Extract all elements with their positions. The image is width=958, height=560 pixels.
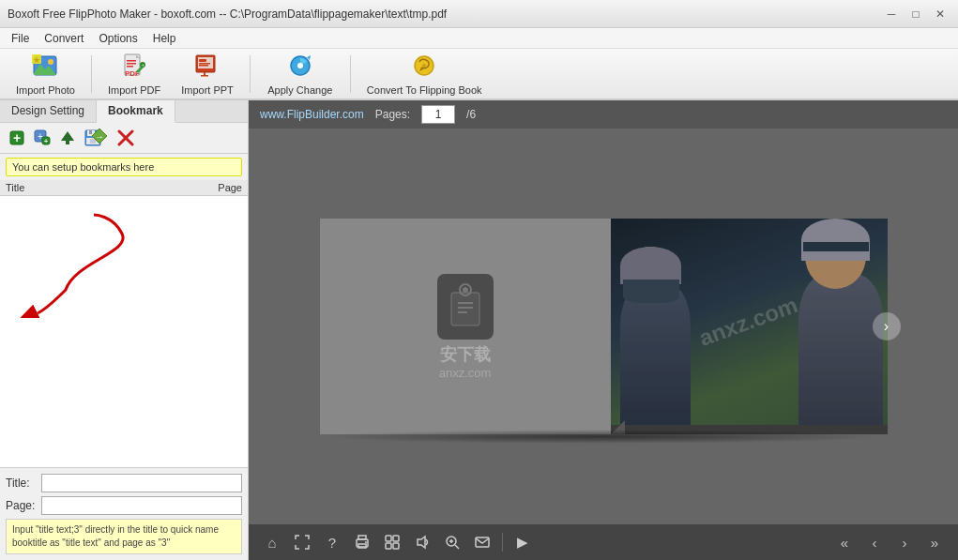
toolbar-sep-2 <box>250 55 251 93</box>
page-label: Page: <box>6 499 41 512</box>
svg-text:+: + <box>142 62 145 68</box>
preview-header: www.FlipBuilder.com Pages: /6 <box>249 100 958 129</box>
svg-rect-47 <box>458 311 467 313</box>
svg-rect-16 <box>199 63 210 65</box>
bookmark-list-area <box>0 196 248 467</box>
svg-rect-55 <box>393 543 399 549</box>
svg-rect-42 <box>451 293 479 325</box>
page-input[interactable] <box>41 496 242 515</box>
svg-text:→: → <box>95 131 104 142</box>
svg-marker-30 <box>61 131 74 141</box>
svg-rect-31 <box>66 141 69 144</box>
maximize-button[interactable]: □ <box>905 4 926 24</box>
footer-separator <box>502 533 503 552</box>
menu-convert[interactable]: Convert <box>37 30 91 47</box>
bookmark-add-child-button[interactable]: + + <box>31 127 53 149</box>
menu-options[interactable]: Options <box>91 30 144 47</box>
svg-rect-45 <box>458 302 473 304</box>
tab-bookmark[interactable]: Bookmark <box>97 100 175 123</box>
bookmark-move-up-button[interactable] <box>56 127 79 149</box>
svg-rect-61 <box>476 537 489 547</box>
fullscreen-button[interactable] <box>290 530 314 554</box>
forward-button[interactable]: ▶ <box>510 530 535 554</box>
page-field-row: Page: <box>6 496 242 515</box>
svg-rect-46 <box>458 307 473 309</box>
prev-page-button[interactable]: ‹ <box>862 530 887 554</box>
next-page-btn[interactable]: › <box>892 530 917 554</box>
tab-design-setting[interactable]: Design Setting <box>0 100 97 122</box>
toolbar-sep-1 <box>91 55 92 93</box>
watermark-overlay: 安下载 anxz.com <box>320 219 611 434</box>
svg-point-51 <box>365 541 367 543</box>
svg-point-43 <box>460 284 471 295</box>
toolbar: ★ Import Photo PDF + Import PDF <box>0 49 958 100</box>
svg-rect-17 <box>199 65 208 67</box>
watermark-text2: anxz.com <box>439 366 492 380</box>
bookmark-toolbar: + + + <box>0 123 248 154</box>
svg-point-21 <box>297 63 303 68</box>
svg-rect-52 <box>386 536 391 541</box>
help-button[interactable]: ? <box>320 530 344 554</box>
svg-rect-7 <box>127 60 136 62</box>
svg-rect-49 <box>358 536 366 539</box>
svg-marker-56 <box>418 537 425 548</box>
import-pdf-icon: PDF + <box>121 53 147 83</box>
menu-file[interactable]: File <box>4 30 37 47</box>
svg-text:+: + <box>44 137 49 145</box>
next-page-button[interactable]: › <box>873 312 901 341</box>
apply-change-label: Apply Change <box>267 84 332 96</box>
print-button[interactable] <box>350 530 374 554</box>
bookmark-save-button[interactable]: → <box>82 127 104 149</box>
svg-rect-9 <box>127 66 133 68</box>
toolbar-sep-3 <box>350 55 351 93</box>
zoom-button[interactable] <box>440 530 464 554</box>
book-page-right: anxz.com › <box>611 219 888 434</box>
import-ppt-button[interactable]: Import PPT <box>173 53 242 96</box>
title-field-row: Title: <box>6 474 242 492</box>
title-input[interactable] <box>41 474 242 492</box>
home-button[interactable]: ⌂ <box>260 530 284 554</box>
svg-rect-15 <box>199 59 206 62</box>
apply-change-icon <box>286 53 314 83</box>
footer-left-buttons: ⌂ ? <box>260 530 535 554</box>
titlebar: Boxoft Free FlipPhoto Maker - boxoft.com… <box>0 0 958 28</box>
convert-button[interactable]: Convert To Flipping Book <box>358 53 491 96</box>
import-pdf-button[interactable]: PDF + Import PDF <box>99 53 169 96</box>
svg-point-2 <box>48 59 53 65</box>
svg-point-44 <box>463 287 468 293</box>
thumbnails-button[interactable] <box>380 530 404 554</box>
import-pdf-label: Import PDF <box>108 84 160 96</box>
svg-rect-19 <box>201 75 208 77</box>
svg-text:+: + <box>13 130 21 145</box>
watermark-text1: 安下载 <box>440 343 491 366</box>
book-shadow <box>320 430 883 444</box>
window-controls: ─ □ ✕ <box>881 4 950 24</box>
apply-change-button[interactable]: Apply Change <box>258 53 342 96</box>
import-photo-button[interactable]: ★ Import Photo <box>8 53 84 96</box>
menu-help[interactable]: Help <box>145 30 184 47</box>
preview-footer: ⌂ ? <box>249 524 958 560</box>
footer-right-buttons: « ‹ › » <box>832 530 947 554</box>
email-button[interactable] <box>470 530 494 554</box>
bookmark-delete-button[interactable] <box>114 127 137 149</box>
column-title: Title <box>6 182 205 193</box>
column-page: Page <box>205 182 242 193</box>
svg-text:★: ★ <box>33 55 40 65</box>
last-page-button[interactable]: » <box>922 530 947 554</box>
svg-rect-8 <box>127 63 136 65</box>
svg-line-58 <box>455 545 459 549</box>
bookmark-fields: Title: Page: Input "title text;3" direct… <box>0 467 248 560</box>
first-page-button[interactable]: « <box>832 530 857 554</box>
bookmark-add-button[interactable]: + <box>6 127 28 149</box>
audio-button[interactable] <box>410 530 434 554</box>
minimize-button[interactable]: ─ <box>881 4 902 24</box>
convert-label: Convert To Flipping Book <box>367 84 482 96</box>
close-button[interactable]: ✕ <box>930 4 950 24</box>
site-url: www.FlipBuilder.com <box>260 108 364 121</box>
import-photo-label: Import Photo <box>16 84 75 96</box>
import-ppt-label: Import PPT <box>181 84 234 96</box>
svg-rect-54 <box>386 543 391 549</box>
current-page-input[interactable] <box>421 105 455 124</box>
left-panel: Design Setting Bookmark + + + <box>0 100 249 560</box>
pages-label: Pages: <box>375 108 410 121</box>
